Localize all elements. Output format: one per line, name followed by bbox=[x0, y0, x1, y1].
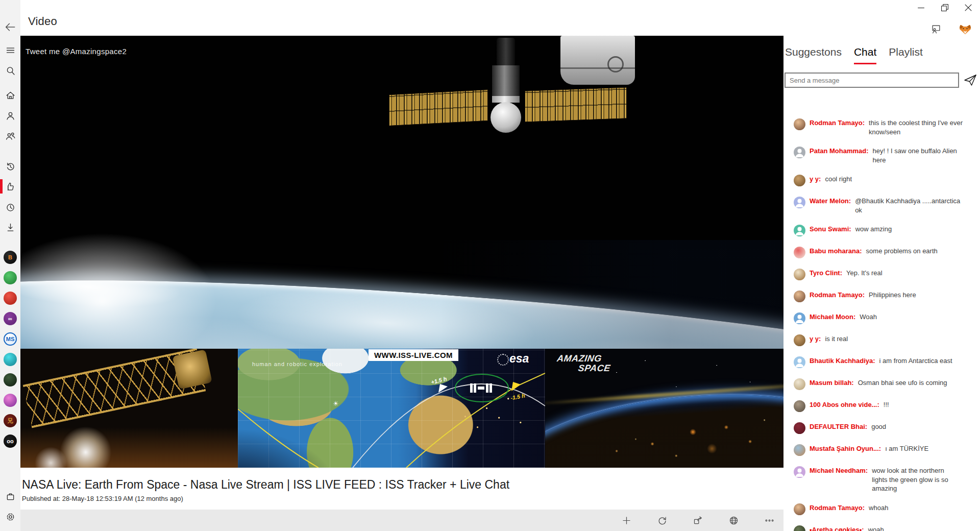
sidebar-channel-avatar[interactable] bbox=[4, 353, 17, 366]
chat-username[interactable]: y y: bbox=[810, 334, 821, 344]
sidebar-menu-button[interactable] bbox=[0, 42, 20, 58]
tab-chat[interactable]: Chat bbox=[854, 46, 876, 64]
toolbar-plus-button[interactable] bbox=[620, 514, 632, 526]
chat-username[interactable]: Patan Mohammad: bbox=[810, 147, 869, 156]
sidebar-channel-avatar[interactable]: ∞ bbox=[4, 312, 17, 325]
chat-username[interactable]: Rodman Tamayo: bbox=[810, 118, 865, 128]
chat-avatar bbox=[794, 400, 805, 412]
toolbar-share-button[interactable] bbox=[692, 514, 704, 526]
esa-logo: esa bbox=[509, 352, 529, 366]
chat-message-text: hey! ! I saw one buffalo Alien here bbox=[873, 147, 975, 164]
chat-tabs: SuggestonsChatPlaylist bbox=[785, 46, 923, 64]
profile-avatar-fox[interactable] bbox=[959, 23, 971, 35]
sidebar-channel-avatar[interactable]: B bbox=[4, 251, 17, 264]
sidebar-apps-button[interactable] bbox=[0, 488, 20, 504]
chat-username[interactable]: 100 Abos ohne vide...: bbox=[810, 400, 879, 409]
chat-message-input[interactable] bbox=[785, 73, 959, 88]
sidebar-people-button[interactable] bbox=[0, 128, 20, 144]
chat-username[interactable]: Water Melon: bbox=[810, 197, 851, 206]
chat-username[interactable]: •Aretha cøokies•: bbox=[810, 525, 864, 531]
sidebar-channel-avatar[interactable]: oo bbox=[4, 435, 17, 448]
chat-username[interactable]: Masum billah: bbox=[810, 378, 854, 388]
window-controls bbox=[910, 0, 980, 15]
video-overlay-text: Tweet me @Amazingspace2 bbox=[26, 47, 127, 56]
chat-username[interactable]: Michael Needham: bbox=[810, 466, 868, 475]
chat-message-text: wow amzing bbox=[855, 225, 975, 234]
chat-avatar bbox=[794, 175, 805, 186]
chat-avatar bbox=[794, 525, 805, 531]
sidebar-channel-avatar[interactable] bbox=[4, 373, 17, 387]
sidebar-channel-avatar[interactable]: MS bbox=[4, 332, 17, 346]
chat-message-row: Rodman Tamayo: this is the coolest thing… bbox=[783, 118, 980, 136]
chat-avatar bbox=[794, 247, 805, 258]
restore-button[interactable] bbox=[933, 0, 957, 15]
chat-message-row: Tyro Clint: Yep. It's real bbox=[783, 269, 980, 280]
sidebar-account-button[interactable] bbox=[0, 107, 20, 124]
toolbar-refresh-button[interactable] bbox=[656, 514, 668, 526]
chat-username[interactable]: Michael Moon: bbox=[810, 312, 855, 322]
chat-message-row: Michael Moon: Woah bbox=[783, 312, 980, 324]
sidebar-downloads-button[interactable] bbox=[0, 219, 20, 235]
chat-username[interactable]: Sonu Swami: bbox=[810, 225, 851, 234]
chat-avatar bbox=[794, 503, 805, 515]
chat-message-row: Patan Mohammad: hey! ! I saw one buffalo… bbox=[783, 147, 980, 164]
video-bottom-strip: WWW.ISS-LIVE.COM esa human and robotic e… bbox=[20, 349, 783, 468]
back-button[interactable] bbox=[2, 19, 18, 35]
view-iss-structure bbox=[20, 349, 238, 468]
sidebar-channel-avatar[interactable] bbox=[4, 292, 17, 305]
sidebar-channel-avatar[interactable]: 兄 bbox=[4, 414, 17, 427]
sidebar-channel-avatar[interactable] bbox=[4, 394, 17, 407]
video-player[interactable]: Tweet me @Amazingspace2 bbox=[20, 36, 783, 468]
chat-avatar bbox=[794, 356, 805, 368]
chat-message-text: ı am TÜRKİYE bbox=[885, 444, 975, 453]
chat-message-text: this is the coolest thing I've ever know… bbox=[869, 118, 975, 136]
sidebar-search-button[interactable] bbox=[0, 62, 20, 79]
chat-message-text: i am from Antarctica east bbox=[879, 356, 975, 366]
chat-message-row: 100 Abos ohne vide...: !!! bbox=[783, 400, 980, 412]
exploration-caption: human and robotic exploration bbox=[252, 361, 342, 367]
chat-message-text: Philippines here bbox=[869, 291, 975, 300]
view-iss-tracker-map: WWW.ISS-LIVE.COM esa human and robotic e… bbox=[238, 349, 545, 468]
sidebar-watch-later-button[interactable] bbox=[0, 199, 20, 215]
chat-avatar bbox=[794, 312, 805, 324]
chat-panel: SuggestonsChatPlaylist Rodman Tamayo: th… bbox=[783, 36, 980, 531]
tab-playlist[interactable]: Playlist bbox=[889, 46, 923, 64]
send-message-button[interactable] bbox=[963, 73, 978, 87]
sidebar-channel-avatar[interactable] bbox=[4, 271, 17, 284]
chat-username[interactable]: Tyro Clint: bbox=[810, 269, 842, 278]
close-button[interactable] bbox=[957, 0, 980, 15]
cast-icon[interactable] bbox=[930, 23, 943, 36]
left-sidebar: B∞MS兄oo bbox=[0, 0, 20, 531]
chat-username[interactable]: Bhautik Kachhadiya: bbox=[810, 356, 875, 366]
chat-username[interactable]: Babu moharana: bbox=[810, 247, 862, 256]
chat-avatar bbox=[794, 466, 805, 478]
toolbar-globe-button[interactable] bbox=[727, 514, 740, 526]
chat-message-row: y y: cool right bbox=[783, 175, 980, 186]
tab-suggestons[interactable]: Suggestons bbox=[785, 46, 842, 64]
chat-message-text: woah bbox=[868, 525, 975, 531]
chat-message-row: Bhautik Kachhadiya: i am from Antarctica… bbox=[783, 356, 980, 368]
chat-username[interactable]: Rodman Tamayo: bbox=[810, 291, 865, 300]
sidebar-home-button[interactable] bbox=[0, 87, 20, 103]
chat-username[interactable]: Rodman Tamayo: bbox=[810, 503, 865, 513]
sidebar-settings-button[interactable] bbox=[0, 509, 20, 525]
chat-username[interactable]: Mustafa Şahin Oyun...: bbox=[810, 444, 881, 453]
chat-message-text: Osman bhai see ufo is coming bbox=[858, 378, 975, 388]
sidebar-likes-button[interactable] bbox=[0, 178, 20, 195]
chat-message-text: cool right bbox=[825, 175, 975, 184]
toolbar-more-button[interactable] bbox=[763, 514, 775, 526]
minimize-button[interactable] bbox=[910, 0, 933, 15]
iss-live-banner: WWW.ISS-LIVE.COM bbox=[369, 349, 458, 361]
chat-avatar bbox=[794, 291, 805, 302]
chat-message-row: Michael Needham: wow look at the norther… bbox=[783, 466, 980, 493]
chat-message-text: is it real bbox=[825, 334, 975, 344]
chat-username[interactable]: DEFAULTER Bhai: bbox=[810, 422, 867, 431]
chat-username[interactable]: y y: bbox=[810, 175, 821, 184]
chat-message-row: y y: is it real bbox=[783, 334, 980, 346]
chat-message-row: Rodman Tamayo: Philippines here bbox=[783, 291, 980, 302]
view-earth-night: AMAZING SPACE bbox=[545, 349, 783, 468]
chat-avatar bbox=[794, 378, 805, 390]
sidebar-history-button[interactable] bbox=[0, 158, 20, 175]
chat-avatar bbox=[794, 422, 805, 434]
fox-icon bbox=[959, 23, 971, 35]
